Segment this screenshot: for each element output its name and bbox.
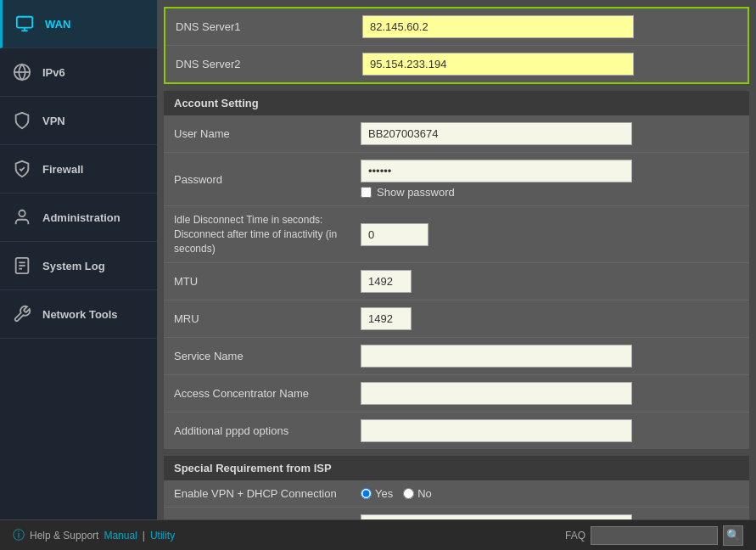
additional-pppd-row: Additional pppd options	[164, 412, 749, 449]
additional-pppd-label: Additional pppd options	[174, 424, 361, 437]
faq-search-input[interactable]	[591, 526, 718, 545]
sidebar-item-system-log[interactable]: System Log	[0, 242, 157, 290]
mtu-input-wrap	[361, 270, 632, 293]
content-inner: DNS Server1 DNS Server2 Account Setting	[157, 0, 756, 519]
access-concentrator-row: Access Concentrator Name	[164, 375, 749, 412]
sidebar: WAN IPv6 VPN	[0, 0, 157, 519]
username-input-wrap	[361, 122, 632, 145]
sidebar-item-ipv6[interactable]: IPv6	[0, 48, 157, 97]
help-support-label: Help & Support	[30, 530, 98, 542]
sidebar-item-system-log-label: System Log	[42, 260, 105, 272]
vpn-dhcp-row: Enable VPN + DHCP Connection Yes No	[164, 480, 749, 508]
access-concentrator-label: Access Concentrator Name	[174, 387, 361, 400]
sidebar-item-administration[interactable]: Administration	[0, 194, 157, 242]
additional-pppd-input-wrap	[361, 419, 632, 442]
network-icon	[13, 12, 36, 36]
password-input-wrap: Show password	[361, 160, 632, 199]
isp-section: Special Requirement from ISP Enable VPN …	[164, 456, 749, 519]
sidebar-item-vpn-label: VPN	[42, 115, 65, 127]
faq-search-button[interactable]: 🔍	[723, 525, 743, 546]
access-concentrator-input-wrap	[361, 382, 632, 405]
shield-icon	[10, 157, 34, 181]
sidebar-item-network-tools[interactable]: Network Tools	[0, 290, 157, 339]
svg-point-5	[19, 210, 25, 216]
vpn-dhcp-label: Enable VPN + DHCP Connection	[174, 487, 361, 500]
dns-server2-input[interactable]	[362, 53, 634, 76]
username-label: User Name	[174, 127, 361, 140]
username-row: User Name	[164, 115, 749, 153]
mru-input[interactable]	[361, 307, 412, 330]
isp-section-content: Enable VPN + DHCP Connection Yes No	[164, 480, 749, 519]
utility-link[interactable]: Utility	[150, 530, 175, 542]
dns-server1-input-wrap	[362, 15, 634, 38]
idle-label: Idle Disconnect Time in seconds: Disconn…	[174, 213, 361, 255]
service-name-row: Service Name	[164, 338, 749, 375]
sidebar-item-network-tools-label: Network Tools	[42, 308, 118, 321]
mru-label: MRU	[174, 312, 361, 325]
vpn-dhcp-yes-label[interactable]: Yes	[361, 487, 393, 500]
sidebar-item-firewall-label: Firewall	[42, 163, 83, 176]
sidebar-item-vpn[interactable]: VPN	[0, 97, 157, 145]
mtu-input[interactable]	[361, 270, 412, 293]
mtu-label: MTU	[174, 275, 361, 288]
sidebar-item-wan-label: WAN	[45, 18, 70, 31]
service-name-input[interactable]	[361, 345, 632, 368]
vpn-dhcp-no-radio[interactable]	[403, 488, 414, 499]
vpn-dhcp-yes-radio[interactable]	[361, 488, 372, 499]
account-section-content: User Name Password Show password	[164, 115, 749, 449]
service-name-input-wrap	[361, 345, 632, 368]
isp-section-header: Special Requirement from ISP	[164, 456, 749, 480]
show-password-checkbox[interactable]	[361, 187, 372, 198]
content-area: DNS Server1 DNS Server2 Account Setting	[157, 0, 756, 519]
account-section: Account Setting User Name Password	[164, 91, 749, 449]
mru-row: MRU	[164, 300, 749, 338]
dns-server2-input-wrap	[362, 53, 634, 76]
mtu-row: MTU	[164, 263, 749, 300]
additional-pppd-input[interactable]	[361, 419, 632, 442]
mru-input-wrap	[361, 307, 632, 330]
dns-server1-input[interactable]	[362, 15, 634, 38]
tools-icon	[10, 302, 34, 326]
username-input[interactable]	[361, 122, 632, 145]
log-icon	[10, 254, 34, 278]
footer-right: FAQ 🔍	[565, 525, 743, 546]
password-label: Password	[174, 173, 361, 186]
show-password-row: Show password	[361, 186, 632, 199]
idle-input-wrap	[361, 223, 632, 246]
access-concentrator-input[interactable]	[361, 382, 632, 405]
footer: ⓘ Help & Support Manual | Utility FAQ 🔍	[0, 519, 756, 550]
help-icon: ⓘ	[13, 528, 25, 543]
sidebar-item-administration-label: Administration	[42, 211, 120, 224]
footer-left: ⓘ Help & Support Manual | Utility	[13, 528, 175, 543]
host-name-row: Host Name	[164, 508, 749, 519]
dns-server2-label: DNS Server2	[176, 58, 362, 70]
password-input[interactable]	[361, 160, 632, 182]
show-password-label[interactable]: Show password	[377, 186, 455, 199]
dns-section: DNS Server1 DNS Server2	[164, 7, 749, 84]
faq-label: FAQ	[565, 530, 585, 542]
dns-server2-row: DNS Server2	[165, 46, 748, 82]
dns-server1-row: DNS Server1	[165, 8, 748, 46]
vpn-icon	[10, 109, 34, 132]
account-section-header: Account Setting	[164, 91, 749, 115]
sidebar-item-wan[interactable]: WAN	[0, 0, 157, 48]
main-container: WAN IPv6 VPN	[0, 0, 756, 519]
user-icon	[10, 205, 34, 229]
service-name-label: Service Name	[174, 350, 361, 362]
svg-rect-0	[17, 17, 32, 28]
dns-server1-label: DNS Server1	[176, 20, 362, 33]
password-row: Password Show password	[164, 153, 749, 206]
manual-link[interactable]: Manual	[104, 530, 137, 542]
sidebar-item-ipv6-label: IPv6	[42, 66, 65, 79]
idle-input[interactable]	[361, 223, 428, 246]
ipv6-icon	[10, 60, 34, 84]
vpn-dhcp-radio-group: Yes No	[361, 487, 632, 500]
separator: |	[143, 530, 145, 542]
vpn-dhcp-input-wrap: Yes No	[361, 487, 632, 500]
idle-row: Idle Disconnect Time in seconds: Disconn…	[164, 206, 749, 263]
sidebar-item-firewall[interactable]: Firewall	[0, 145, 157, 194]
vpn-dhcp-no-label[interactable]: No	[403, 487, 432, 500]
